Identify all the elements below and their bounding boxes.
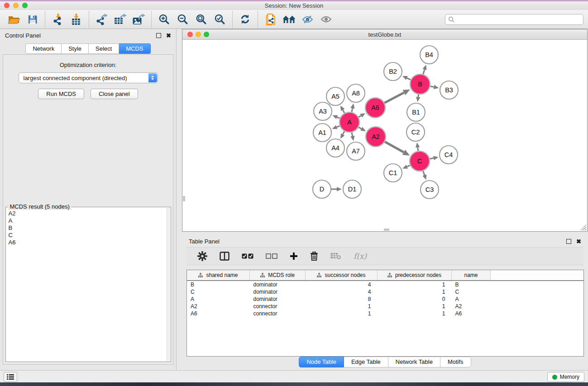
column-header-shared-name[interactable]: shared name (187, 270, 250, 281)
column-header-successor-nodes[interactable]: successor nodes (306, 270, 378, 281)
network-window-titlebar[interactable]: testGlobe.txt (182, 29, 587, 40)
memory-button[interactable]: Memory (547, 372, 584, 382)
svg-text:C4: C4 (445, 151, 453, 158)
search-box[interactable] (445, 14, 583, 25)
hide-graphics-details-button[interactable] (298, 12, 317, 27)
graph-node-A8[interactable]: A8 (347, 84, 365, 102)
table-row[interactable]: Adominator80A (187, 295, 583, 303)
graph-node-A1[interactable]: A1 (313, 124, 331, 142)
eye-slash-icon (302, 15, 313, 24)
graph-node-A6[interactable]: A6 (365, 98, 385, 118)
graph-node-C4[interactable]: C4 (440, 146, 458, 164)
zoom-fit-button[interactable] (192, 12, 210, 27)
control-panel-tabs: NetworkStyleSelectMCDS (0, 43, 176, 54)
graph-node-A7[interactable]: A7 (347, 142, 365, 160)
import-table-button[interactable] (67, 12, 86, 27)
task-history-button[interactable] (4, 372, 17, 382)
zoom-in-button[interactable] (155, 12, 173, 27)
run-mcds-button[interactable]: Run MCDS (38, 89, 84, 99)
memory-status-icon (552, 375, 557, 380)
table-toolbar: f(x) (186, 247, 583, 265)
zoom-selected-button[interactable] (210, 12, 229, 27)
window-titlebar[interactable]: Session: New Session (0, 1, 588, 10)
network-zoom-button[interactable] (204, 32, 209, 37)
graph-node-D[interactable]: D (313, 180, 331, 198)
node-table-header-row: shared nameMCDS rolesuccessor nodesprede… (187, 270, 583, 281)
close-table-panel-icon[interactable]: ✖ (576, 238, 581, 244)
vertical-scrollbar-thumb[interactable] (183, 196, 185, 201)
graph-node-C2[interactable]: C2 (406, 123, 425, 141)
tab-select[interactable]: Select (89, 43, 119, 54)
mcds-result-item[interactable]: A6 (9, 239, 167, 246)
graph-node-B[interactable]: B (410, 74, 430, 94)
criterion-select[interactable]: largest connected component (directed) (19, 72, 158, 83)
mcds-panel: Optimization criterion: largest connecte… (3, 54, 173, 365)
new-network-from-file-button[interactable] (261, 12, 280, 27)
graph-node-C1[interactable]: C1 (384, 164, 402, 182)
select-all-icon[interactable] (242, 253, 253, 259)
graph-node-B2[interactable]: B2 (384, 62, 402, 81)
graph-node-B3[interactable]: B3 (440, 81, 458, 99)
table-row[interactable]: A6connector11A6 (187, 310, 583, 317)
deselect-all-icon[interactable] (266, 253, 277, 259)
float-table-panel-icon[interactable] (566, 239, 571, 244)
add-column-icon[interactable] (290, 252, 298, 260)
tab-motifs[interactable]: Motifs (440, 357, 471, 367)
open-file-button[interactable] (5, 12, 23, 27)
tab-edge-table[interactable]: Edge Table (344, 357, 388, 367)
mcds-result-item[interactable]: C (9, 232, 167, 239)
mcds-result-item[interactable]: B (9, 224, 167, 232)
export-image-button[interactable] (129, 12, 148, 27)
control-panel-title: Control Panel (5, 32, 41, 39)
graph-node-A2[interactable]: A2 (366, 127, 386, 147)
settings-gear-icon[interactable] (197, 251, 207, 261)
mcds-result-item[interactable]: A2 (9, 210, 167, 217)
table-row[interactable]: A2connector11A2 (187, 303, 583, 310)
import-network-icon (52, 14, 64, 25)
close-panel-button[interactable]: Close panel (91, 89, 138, 99)
network-minimize-button[interactable] (196, 32, 201, 37)
column-header-name[interactable]: name (452, 270, 491, 281)
graph-node-A4[interactable]: A4 (326, 139, 344, 157)
network-close-button[interactable] (187, 32, 193, 37)
table-cell: 4 (306, 288, 378, 295)
graph-node-C[interactable]: C (410, 151, 430, 171)
tab-mcds[interactable]: MCDS (119, 43, 150, 54)
refresh-button[interactable] (236, 12, 254, 27)
graph-node-A5[interactable]: A5 (326, 87, 344, 105)
delete-column-icon[interactable] (310, 252, 318, 261)
horizontal-scrollbar-thumb[interactable] (384, 229, 389, 231)
float-panel-icon[interactable] (156, 33, 161, 38)
graph-node-B4[interactable]: B4 (420, 46, 438, 64)
table-row[interactable]: Cdominator41C (187, 288, 583, 295)
mcds-list-scrollbar[interactable] (167, 208, 170, 361)
svg-text:C3: C3 (425, 186, 434, 193)
close-panel-icon[interactable]: ✖ (166, 33, 171, 38)
export-table-button[interactable] (111, 12, 129, 27)
save-session-button[interactable] (23, 12, 42, 27)
mcds-result-item[interactable]: A (9, 217, 167, 224)
select-stepper-icon (148, 73, 157, 82)
search-input[interactable] (456, 16, 580, 23)
table-cell: A6 (187, 310, 250, 317)
graph-node-C3[interactable]: C3 (421, 181, 439, 199)
show-graphics-details-button[interactable] (317, 12, 335, 27)
split-table-icon[interactable] (220, 252, 229, 261)
graph-node-A[interactable]: A (339, 112, 359, 132)
network-canvas[interactable]: B4B2BB3A5A8A6A3AB1A1A2C2A4A7C4CC1C3DD1 (183, 40, 587, 231)
graph-node-A3[interactable]: A3 (314, 102, 332, 120)
table-row[interactable]: Bdominator41B (187, 281, 583, 288)
graph-node-B1[interactable]: B1 (407, 103, 425, 121)
import-network-button[interactable] (48, 12, 67, 27)
tab-network[interactable]: Network (25, 43, 62, 54)
graph-edge-arrowhead (422, 65, 426, 70)
zoom-out-button[interactable] (173, 12, 192, 27)
export-network-button[interactable] (92, 12, 111, 27)
column-header-predecessor-nodes[interactable]: predecessor nodes (378, 270, 452, 281)
column-header-MCDS-role[interactable]: MCDS role (250, 270, 306, 281)
tab-node-table[interactable]: Node Table (299, 357, 344, 367)
tab-network-table[interactable]: Network Table (388, 357, 440, 367)
graph-node-D1[interactable]: D1 (343, 180, 361, 198)
tab-style[interactable]: Style (62, 43, 89, 54)
home-pair-button[interactable] (280, 12, 298, 27)
